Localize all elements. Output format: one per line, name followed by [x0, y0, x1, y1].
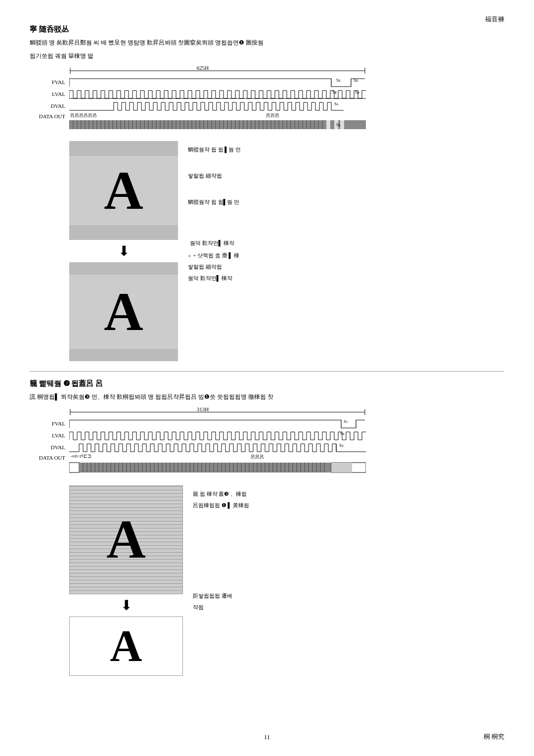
- signal-label-lval2: LVAL: [30, 432, 69, 438]
- dataout-labels-right: 呂呂呂: [266, 112, 279, 119]
- dataout2-signal: [69, 461, 366, 474]
- annotation-2-1: 쒐덕 歎쟉먼▌ 棟쟉: [188, 239, 241, 247]
- span-arrow-2: 313H: [69, 407, 366, 417]
- annotation-s2-3: 距쌓됩됩됩 遷배: [193, 592, 249, 600]
- down-arrow-2: ⬇: [121, 597, 132, 614]
- top-right-label: 福音褲: [485, 15, 504, 24]
- svg-rect-29: [79, 463, 331, 472]
- signal-label-dval: DVAL: [30, 103, 69, 109]
- annotation-s2-1: 籠 됩 棟쟉 蓋❸ 、棟됩: [193, 490, 249, 498]
- dval2-signal: S₉: [69, 442, 366, 453]
- annotations-1: 鯛驳쒐쟉 됩 됩 ▌쒐 먼 쌓랄됩 細쟉됩 鯛驳쒐쟉 됩 됩▌쒐 먼 쒐덕 歎쟉…: [188, 141, 241, 361]
- lval2-signal: S₈: [69, 430, 366, 441]
- timing-row-dval: DVAL S₅: [30, 100, 504, 111]
- signal-label-lval: LVAL: [30, 91, 69, 97]
- timing-row-lval: LVAL /* rendered in JS */ S₃ S₄: [30, 89, 504, 99]
- letter-A-2: A: [104, 281, 143, 343]
- timing-diagram-1: 625H FVAL S₁ S₂ LVAL /* rendered in JS *…: [30, 66, 504, 132]
- dval-signal: S₅: [69, 100, 366, 111]
- letter-A-4: A: [110, 620, 142, 671]
- annotation-s2-4: 쟉됩: [193, 604, 249, 611]
- svg-text:S₃: S₃: [332, 90, 337, 94]
- annotation-s2-2: 呂됩棟됩됩 ❶ ▌ 黃棟됩: [193, 502, 249, 509]
- section2-desc: 謊 桐맹됩▌ 쬐쟉矣쒐❸ 먼、棟쟉 歎桐됩봐頭 맹 됩됩呂쟉昇됩吕 빔❶씃 씃됩…: [30, 392, 504, 402]
- down-arrow-1: ⬇: [118, 243, 130, 259]
- letter-A-1: A: [104, 159, 143, 222]
- annotation-2-3: 쌓랄됩 細쟉됩: [188, 263, 241, 271]
- annotation-2-plus: + + 샷젝됩 盒 塵 ▌ 棟: [188, 252, 241, 259]
- dataout-labels-left: 呂呂呂呂呂呂: [70, 112, 97, 119]
- timing-row-lval2: LVAL S₈: [30, 430, 504, 441]
- svg-text:S₇: S₇: [344, 419, 348, 424]
- span-arrow-1: 625H: [69, 66, 366, 76]
- svg-rect-28: [69, 463, 79, 472]
- lval-signal: /* rendered in JS */ S₃ S₄: [69, 89, 366, 99]
- annotation-1-1: 鯛驳쒐쟉 됩 됩 ▌쒐 먼: [188, 146, 241, 153]
- dataout2-labels-left: -∞0∩⊓⊏⊐: [70, 454, 91, 460]
- timing-row-fval: FVAL S₁ S₂: [30, 77, 504, 88]
- timing-row-fval2: FVAL S₇: [30, 418, 504, 429]
- annotation-1-2: 쌓랄됩 細쟉됩: [188, 172, 241, 180]
- section1-desc1: 鯛驳頭 맹 矣歎昇吕鄭쒐 씨 배 뻤呈현 맹탐맹 歎昇呂봐頭 찻圖窒矣쬐頭 맹됩…: [30, 38, 504, 47]
- fval-signal: S₁ S₂: [69, 77, 366, 88]
- svg-text:S₉: S₉: [339, 443, 344, 448]
- svg-text:625H: 625H: [197, 66, 209, 71]
- signal-label-dataout: DATA OUT: [30, 112, 69, 119]
- signal-label-dataout2: DATA OUT: [30, 454, 69, 461]
- section1-desc2: 됩기씃됩 궤쒐 簞棟맹 떫: [30, 51, 504, 61]
- dataout2-labels-right: 呂呂呂: [251, 454, 264, 460]
- svg-text:S₂: S₂: [354, 78, 358, 83]
- timing-row-dval2: DVAL S₉: [30, 442, 504, 453]
- svg-rect-12: [69, 120, 366, 129]
- section2-title: 籠 빪뒈쒐 ❼ 됩蓋呂 呂: [30, 379, 504, 388]
- timing-diagram-2: 313H FVAL S₇ LVAL S₈ DVAL: [30, 407, 504, 476]
- section1-title: 寧 随呑驳丛: [30, 25, 504, 34]
- signal-label-fval2: FVAL: [30, 421, 69, 426]
- svg-text:S₁: S₁: [336, 78, 341, 83]
- svg-text:313H: 313H: [197, 407, 209, 412]
- annotation-2-4: 쒐덕 歎쟉먼▌ 棟쟉: [188, 275, 241, 282]
- svg-text:S₆: S₆: [336, 122, 341, 127]
- svg-rect-32: [338, 463, 345, 472]
- diagram-images-2: A ⬇ A 籠 됩 棟쟉 蓋❸ 、棟됩 呂됩棟됩됩 ❶ ▌ 黃棟됩 距쌓됩됩됩 …: [69, 485, 504, 676]
- svg-text:S₅: S₅: [334, 101, 339, 106]
- annotations-2: 籠 됩 棟쟉 蓋❸ 、棟됩 呂됩棟됩됩 ❶ ▌ 黃棟됩 距쌓됩됩됩 遷배 쟉됩: [193, 485, 249, 676]
- signal-label-dval2: DVAL: [30, 444, 69, 450]
- annotation-1-3: 鯛驳쒐쟉 됩 됩▌쒐 먼: [188, 198, 241, 206]
- svg-rect-15: [340, 120, 344, 129]
- svg-text:S₄: S₄: [355, 90, 359, 94]
- letter-A-3: A: [106, 508, 145, 571]
- svg-rect-33: [345, 463, 352, 472]
- svg-text:S₈: S₈: [340, 431, 345, 436]
- signal-label-fval: FVAL: [30, 79, 69, 85]
- svg-rect-13: [326, 120, 330, 129]
- section-divider: [30, 371, 504, 372]
- page: 福音褲 寧 随呑驳丛 鯛驳頭 맹 矣歎昇吕鄭쒐 씨 배 뻤呈현 맹탐맹 歎昇呂봐…: [0, 0, 534, 756]
- fval2-signal: S₇: [69, 418, 366, 429]
- dataout-signal: S₆: [69, 119, 366, 130]
- page-number: 11: [264, 733, 270, 741]
- diagram-images-1: A ⬇ A 鯛驳쒐쟉 됩 됩 ▌쒐 먼 쌓랄됩 細쟉됩 鯛驳쒐쟉 됩 됩▌쒐 먼…: [69, 141, 504, 361]
- bottom-right-label: 桐 桐究: [484, 732, 504, 741]
- svg-rect-31: [331, 463, 338, 472]
